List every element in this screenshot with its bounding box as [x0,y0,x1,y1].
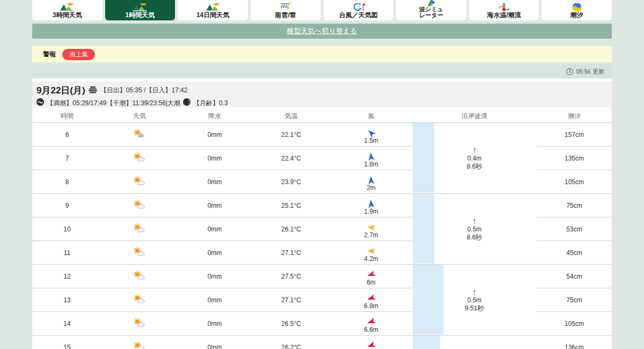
wind-speed: 6.8m [364,302,378,310]
sea-temp-icon [496,3,512,12]
column-header: 天気 [102,112,177,121]
tide-cell: 157cm [537,123,612,147]
moon-phase-icon [183,98,191,108]
wind-cell: 2m [330,170,412,194]
tab-3hour[interactable]: 3時間天気 [32,0,103,20]
wind-direction-arrow-icon [367,271,375,278]
wave-group: ↑0.4m8.6秒 [412,123,537,194]
time-cell: 11 [32,241,102,265]
weather-cell [102,265,177,288]
time-cell: 7 [32,147,102,170]
wave-info: ↑0.5m8.6秒 [467,217,482,242]
temp-cell: 27.1°C [252,241,330,265]
date-title: 9月22日(月) [36,84,85,97]
wind-direction-arrow-icon [367,248,375,255]
wind-cell: 2.7m [330,217,412,241]
tab-radar[interactable]: 雨雲/雷 [251,0,321,20]
column-header: 沿岸波浪 [412,112,537,121]
time-cell: 12 [32,265,102,288]
precip-cell: 0mm [177,123,252,147]
weather-cell [102,217,177,241]
mountain-sun-icon [59,3,75,12]
wind-speed: 1.8m [364,161,378,168]
wave-height-band [413,123,434,193]
tab-sea-temp[interactable]: 海水温/潮流 [469,0,539,20]
tab-label: 3時間天気 [53,12,82,19]
forecast-content: 9月22日(月) 【日出】05:35 /【日入】17:42 【満潮】05:29/… [32,78,612,349]
date-header: 9月22日(月) 【日出】05:35 /【日入】17:42 【満潮】05:29/… [32,82,612,107]
wave-period: 8.6秒 [467,234,482,242]
tide-cell: 54cm [537,265,612,288]
time-cell: 15 [32,336,102,349]
time-cell: 13 [32,288,102,312]
weather-cell [102,241,177,265]
column-header: 降水 [177,112,252,121]
temp-cell: 27.5°C [252,265,330,288]
sun-cloud-icon [133,271,147,282]
wind-speed: 6m [367,279,376,286]
sea-wind-warning-badge[interactable]: 海上風 [62,49,95,60]
wave-info: ↑0.5m9.51秒 [465,288,484,312]
sun-cloud-icon [133,294,147,306]
wave-height-band [413,194,434,264]
switch-to-horizontal-link[interactable]: 横型天気へ切り替える [287,26,357,36]
wave-height: 0.5m [465,296,484,304]
tide-wave-icon [36,98,44,108]
tab-bar: 3時間天気1時間天気14日間天気雨雲/雷台風／天気図波シミュ レーター海水温/潮… [32,0,612,20]
moon-age-text: 【月齢】0.3 [193,99,228,108]
column-header: 風 [330,112,412,121]
temp-cell: 25.1°C [252,194,330,217]
weather-cell [102,336,177,349]
update-time: 05:56 更新 [576,68,604,76]
wave-height: 0.4m [467,155,482,163]
tab-14day[interactable]: 14日間天気 [178,0,248,20]
temp-cell: 23.9°C [252,170,330,194]
temp-cell: 27.1°C [252,288,330,312]
time-cell: 14 [32,312,102,336]
weather-cell [102,194,177,217]
time-cell: 10 [32,217,102,241]
weather-cell [102,288,177,312]
precip-cell: 0mm [177,288,252,312]
sun-cloud-icon [133,176,147,187]
wind-direction-arrow-icon [367,129,375,136]
tide-cell: 105cm [537,170,612,194]
precip-cell: 0mm [177,265,252,288]
tab-wave-sim[interactable]: 波シミュ レーター [396,0,466,20]
weather-cell [102,123,177,147]
layout-switch-bar: 横型天気へ切り替える [32,24,612,39]
rain-lightning-icon [277,3,294,12]
sun-cloud-icon [133,318,147,329]
tab-label: 海水温/潮流 [487,12,521,19]
tab-label: 1時間天気 [126,12,155,19]
sun-cloud-icon [133,247,147,258]
tab-tide[interactable]: 潮汐 [541,0,612,20]
tab-1hour[interactable]: 1時間天気 [105,0,175,20]
temp-cell: 26.2°C [252,336,330,349]
wind-speed: 6.6m [364,326,378,333]
wave-direction-arrow-icon: ↑ [467,217,482,226]
wave-period: 9.51秒 [465,304,484,312]
mountain-sun-icon [132,3,148,12]
temp-cell: 22.4°C [252,147,330,170]
column-header: 時間 [32,112,102,121]
wind-speed: 2.7m [364,231,378,239]
warning-bar: 警報 海上風 [32,46,612,62]
info-icon: ! [566,68,573,75]
wind-cell: 6.8m [330,288,412,312]
precip-cell: 0mm [177,312,252,336]
wind-cell: 1.8m [330,147,412,170]
wind-cell: 1.5m [330,123,412,147]
sun-cloud-icon [133,152,147,164]
temp-cell: 22.1°C [252,123,330,147]
tab-label: 潮汐 [570,12,583,19]
wave-group: ↑0.5m8.6秒 [412,194,537,265]
wind-speed: 4.2m [364,255,378,263]
table-header-row: 時間天気降水気温風沿岸波浪潮汐 [32,110,612,123]
tab-typhoon[interactable]: 台風／天気図 [324,0,394,20]
wave-info: ↑0.4m8.6秒 [467,146,482,171]
wave-direction-arrow-icon: ↑ [467,146,482,155]
wind-direction-arrow-icon [367,224,375,231]
wave-height: 0.5m [467,226,482,234]
precip-cell: 0mm [177,336,252,349]
